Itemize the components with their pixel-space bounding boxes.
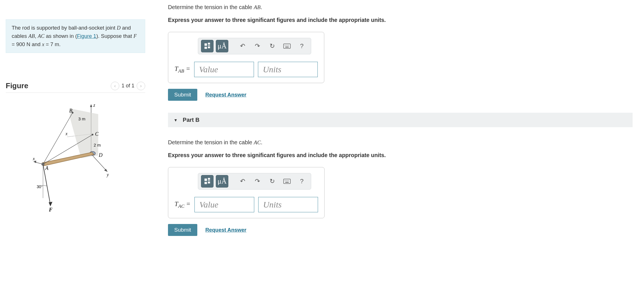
svg-point-24 <box>285 45 285 46</box>
help-icon[interactable]: ? <box>296 40 308 52</box>
svg-marker-3 <box>104 169 108 172</box>
f-var: F <box>134 33 137 39</box>
problem-text: and <box>30 41 42 47</box>
x-val: = 7 m <box>46 41 59 47</box>
parta-units-input[interactable]: Units <box>258 62 318 77</box>
template-icon[interactable] <box>201 40 214 52</box>
svg-point-27 <box>288 45 289 46</box>
keyboard-icon[interactable] <box>281 175 293 188</box>
svg-rect-20 <box>208 43 210 45</box>
x-var: x <box>42 42 44 47</box>
svg-rect-34 <box>284 179 290 184</box>
svg-rect-33 <box>208 182 210 184</box>
special-chars-icon[interactable]: μÅ <box>216 40 228 52</box>
reset-icon[interactable]: ↻ <box>266 40 278 52</box>
svg-point-26 <box>287 45 288 46</box>
cable-ac: AC <box>38 33 45 39</box>
svg-rect-22 <box>208 46 210 48</box>
parta-prompt-var: AB <box>254 4 261 10</box>
partb-prompt-pre: Determine the tension in the cable <box>168 139 254 145</box>
cable-ab: AB <box>28 33 35 39</box>
figure-dim-2m: 2 m <box>94 143 101 147</box>
parta-hint: Express your answer to three significant… <box>168 17 633 23</box>
redo-icon[interactable]: ↷ <box>251 40 264 52</box>
svg-line-13 <box>43 113 73 164</box>
figure-point-b: B <box>69 108 72 114</box>
partb-units-input[interactable]: Units <box>258 197 318 212</box>
svg-rect-28 <box>285 47 289 48</box>
problem-text: as shown in ( <box>44 33 77 39</box>
partb-toolbar: μÅ ↶ ↷ ↻ ? <box>198 173 311 190</box>
problem-statement: The rod is supported by ball-and-socket … <box>6 19 145 53</box>
partb-answer-box: μÅ ↶ ↷ ↻ ? TAC = Value Units <box>168 167 325 218</box>
axis-z-label: z <box>93 103 95 108</box>
partb-variable-label: TAC = <box>175 200 190 209</box>
svg-rect-19 <box>204 47 207 49</box>
partb-title: Part B <box>183 117 200 123</box>
parta-request-answer-link[interactable]: Request Answer <box>205 92 246 98</box>
template-icon[interactable] <box>201 175 214 188</box>
problem-text: The rod is supported by ball-and-socket … <box>12 25 117 31</box>
svg-point-36 <box>286 180 286 181</box>
parta-toolbar: μÅ ↶ ↷ ↻ ? <box>198 38 311 54</box>
svg-rect-29 <box>204 179 207 181</box>
problem-text: ). Suppose that <box>96 33 134 39</box>
undo-icon[interactable]: ↶ <box>236 175 249 188</box>
figure-point-d: D <box>99 152 102 158</box>
svg-rect-39 <box>285 182 289 183</box>
joint-var: D <box>117 25 120 31</box>
parta-submit-button[interactable]: Submit <box>168 89 197 101</box>
parta-variable-label: TAB = <box>175 65 190 74</box>
f-val: = 900 N <box>12 41 30 47</box>
partb-prompt-var: AC <box>254 139 261 145</box>
figure-diagram: z y x B 3 m C 2 m <box>6 100 145 214</box>
redo-icon[interactable]: ↷ <box>251 175 264 188</box>
problem-text: . <box>59 41 61 47</box>
partb-prompt-end: . <box>261 139 262 145</box>
figure-angle-30: 30° <box>37 184 43 189</box>
svg-rect-18 <box>204 43 207 46</box>
parta-value-input[interactable]: Value <box>194 62 254 77</box>
figure-force-f: F <box>49 207 52 213</box>
parta-answer-box: μÅ ↶ ↷ ↻ ? TAB = Value Units <box>168 32 324 83</box>
svg-point-37 <box>287 180 288 181</box>
partb-submit-button[interactable]: Submit <box>168 224 197 236</box>
svg-rect-23 <box>284 44 290 48</box>
svg-point-25 <box>286 45 286 46</box>
help-icon[interactable]: ? <box>296 175 308 188</box>
figure-point-a: A <box>45 165 49 171</box>
parta-prompt-end: . <box>261 4 262 10</box>
figure-link[interactable]: Figure 1 <box>77 33 96 39</box>
svg-marker-9 <box>42 152 94 166</box>
figure-point-c: C <box>95 131 99 137</box>
partb-hint: Express your answer to three significant… <box>168 152 633 159</box>
axis-x-dash-label: x <box>65 131 67 136</box>
axis-x-label: x <box>33 156 35 161</box>
figure-next-button[interactable]: › <box>137 82 145 90</box>
svg-point-35 <box>285 180 285 181</box>
collapse-icon: ▼ <box>174 118 178 122</box>
partb-request-answer-link[interactable]: Request Answer <box>205 227 246 233</box>
figure-heading: Figure <box>6 81 28 90</box>
undo-icon[interactable]: ↶ <box>236 40 249 52</box>
figure-page-indicator: 1 of 1 <box>122 83 134 89</box>
figure-dim-3m: 3 m <box>78 116 85 121</box>
partb-value-input[interactable]: Value <box>194 197 254 212</box>
partb-header[interactable]: ▼ Part B <box>168 113 633 127</box>
svg-marker-1 <box>90 104 92 107</box>
svg-rect-30 <box>204 182 207 184</box>
svg-marker-16 <box>49 202 52 206</box>
svg-point-38 <box>288 180 289 181</box>
problem-text: , <box>35 33 38 39</box>
keyboard-icon[interactable] <box>281 40 293 52</box>
svg-rect-31 <box>208 178 210 180</box>
figure-prev-button[interactable]: ‹ <box>111 82 119 90</box>
special-chars-icon[interactable]: μÅ <box>216 175 228 188</box>
reset-icon[interactable]: ↻ <box>266 175 278 188</box>
svg-marker-5 <box>70 108 98 158</box>
axis-y-label: y <box>106 172 109 177</box>
parta-prompt-pre: Determine the tension in the cable <box>168 4 254 10</box>
